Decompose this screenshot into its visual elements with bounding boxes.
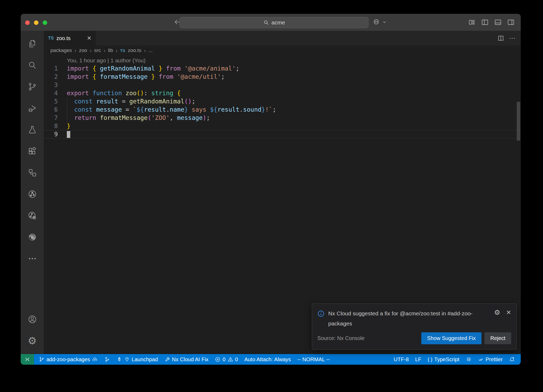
line-number: 5 bbox=[44, 97, 58, 106]
line-number: 2 bbox=[44, 73, 58, 81]
customize-layout-icon[interactable] bbox=[468, 18, 476, 26]
copilot-icon bbox=[372, 18, 380, 26]
nx-cloud-fix-status-item[interactable]: Nx Cloud AI Fix bbox=[161, 354, 212, 365]
explorer-icon bbox=[28, 39, 37, 49]
settings-button[interactable]: ⚙ bbox=[21, 330, 44, 351]
extensions-icon bbox=[28, 146, 37, 156]
sidebar-item-source-control[interactable] bbox=[21, 76, 44, 97]
toggle-panel-icon[interactable] bbox=[494, 18, 502, 26]
breadcrumb-file[interactable]: zoo.ts bbox=[128, 47, 141, 53]
activity-bar: ⚙ bbox=[21, 31, 44, 354]
accounts-button[interactable] bbox=[21, 308, 44, 330]
notification-close-icon[interactable]: ✕ bbox=[506, 309, 511, 316]
code-line[interactable]: 5 const result = getRandomAnimal(); bbox=[44, 97, 521, 106]
launchpad-status-item[interactable]: Launchpad bbox=[113, 354, 161, 365]
auto-attach-status-item[interactable]: Auto Attach: Always bbox=[241, 354, 294, 365]
branch-status-item[interactable]: add-zoo-packages bbox=[36, 354, 101, 365]
sidebar-item-search[interactable] bbox=[21, 54, 44, 76]
notifications-bell-item[interactable] bbox=[506, 354, 518, 365]
problems-status-item[interactable]: 0 0 bbox=[212, 354, 241, 365]
language-status-item[interactable]: { } TypeScript bbox=[424, 354, 462, 365]
code-line[interactable]: 6 const message = `${result.name} says $… bbox=[44, 106, 521, 114]
line-number: 1 bbox=[44, 64, 58, 73]
formatter-status-item[interactable]: Prettier bbox=[475, 354, 506, 365]
notification-toast: Nx Cloud suggested a fix for @acme/zoo:t… bbox=[312, 303, 517, 350]
code-line[interactable]: 7 return formatMessage('ZOO', message); bbox=[44, 114, 521, 122]
line-number: 9 bbox=[44, 130, 58, 138]
code-line[interactable]: 3 bbox=[44, 81, 521, 89]
editor-more-actions-icon[interactable]: ⋯ bbox=[509, 34, 516, 42]
breadcrumb-item[interactable]: lib bbox=[108, 47, 113, 53]
chevron-down-icon bbox=[382, 19, 387, 25]
indent-guide bbox=[67, 97, 67, 122]
copilot-status-item[interactable] bbox=[463, 354, 475, 365]
split-editor-icon[interactable] bbox=[497, 35, 504, 42]
sidebar-item-explorer[interactable] bbox=[21, 33, 44, 54]
sidebar-item-nx-console[interactable] bbox=[21, 183, 44, 205]
status-bar: add-zoo-packages Launchpad Nx Cloud AI F… bbox=[21, 354, 521, 365]
breadcrumb-item[interactable]: packages bbox=[50, 47, 72, 53]
command-center-search[interactable]: acme bbox=[179, 17, 369, 28]
nx-graph-status-item[interactable] bbox=[101, 354, 113, 365]
run-debug-icon bbox=[28, 103, 37, 113]
sidebar-item-nx-cloud[interactable] bbox=[21, 205, 44, 226]
breadcrumb-separator: › bbox=[144, 47, 146, 54]
sidebar-item-edge-tools[interactable] bbox=[21, 226, 44, 248]
error-count: 0 bbox=[222, 356, 225, 363]
nx-fix-label: Nx Cloud AI Fix bbox=[172, 356, 209, 363]
close-window-button[interactable] bbox=[25, 20, 30, 25]
copilot-icon bbox=[466, 356, 472, 362]
branch-name: add-zoo-packages bbox=[46, 356, 90, 363]
close-tab-icon[interactable]: ✕ bbox=[87, 35, 91, 41]
remote-explorer-icon bbox=[28, 168, 37, 177]
typescript-file-icon: TS bbox=[120, 48, 125, 53]
minimize-window-button[interactable] bbox=[34, 20, 38, 25]
search-icon bbox=[263, 19, 269, 26]
plug-icon bbox=[124, 356, 130, 362]
rocket-icon bbox=[116, 356, 122, 362]
breadcrumb-tail[interactable]: ... bbox=[148, 47, 153, 53]
wrench-icon bbox=[164, 356, 170, 362]
encoding-status-item[interactable]: UTF-8 bbox=[391, 354, 412, 365]
breadcrumb-item[interactable]: src bbox=[94, 47, 101, 53]
breadcrumb-item[interactable]: zoo bbox=[79, 47, 87, 53]
zoom-window-button[interactable] bbox=[43, 20, 47, 25]
search-query-text: acme bbox=[272, 19, 285, 26]
sidebar-item-remote-explorer[interactable] bbox=[21, 162, 44, 183]
sidebar-item-more[interactable] bbox=[21, 248, 44, 269]
vim-mode-status-item[interactable]: -- NORMAL -- bbox=[294, 354, 333, 365]
nx-cloud-icon bbox=[28, 211, 37, 220]
code-line[interactable]: 2import { formatMessage } from '@acme/ut… bbox=[44, 73, 521, 81]
toggle-primary-sidebar-icon[interactable] bbox=[481, 18, 489, 26]
copilot-menu[interactable] bbox=[372, 18, 387, 26]
code-line[interactable]: 9 bbox=[44, 130, 521, 138]
sidebar-item-extensions[interactable] bbox=[21, 140, 44, 162]
code-line[interactable]: 4export function zoo(): string { bbox=[44, 89, 521, 97]
remote-indicator[interactable] bbox=[21, 354, 34, 365]
tab-zoo-ts[interactable]: TS zoo.ts ✕ bbox=[44, 31, 96, 46]
traffic-lights bbox=[25, 20, 47, 25]
show-suggested-fix-button[interactable]: Show Suggested Fix bbox=[421, 332, 481, 344]
editor-scrollbar[interactable] bbox=[517, 102, 520, 141]
sidebar-item-run-debug[interactable] bbox=[21, 97, 44, 119]
more-icon bbox=[28, 254, 37, 263]
launchpad-label: Launchpad bbox=[132, 356, 158, 363]
titlebar: acme bbox=[21, 14, 521, 31]
line-number: 7 bbox=[44, 114, 58, 122]
accounts-icon bbox=[28, 315, 37, 324]
line-number: 4 bbox=[44, 89, 58, 97]
code-line[interactable]: 8} bbox=[44, 122, 521, 130]
cloud-upload-icon bbox=[92, 356, 98, 362]
source-control-icon bbox=[28, 82, 37, 92]
line-number: 8 bbox=[44, 122, 58, 130]
notification-message: Nx Cloud suggested a fix for @acme/zoo:t… bbox=[328, 308, 477, 329]
toggle-secondary-sidebar-icon[interactable] bbox=[507, 18, 515, 26]
reject-button[interactable]: Reject bbox=[484, 332, 511, 344]
git-blame-line: You, 1 hour ago | 1 author (You) bbox=[44, 56, 521, 64]
sidebar-item-testing[interactable] bbox=[21, 119, 44, 140]
notification-settings-gear-icon[interactable]: ⚙ bbox=[494, 308, 500, 316]
eol-status-item[interactable]: LF bbox=[412, 354, 424, 365]
code-line[interactable]: 1import { getRandomAnimal } from '@acme/… bbox=[44, 64, 521, 73]
double-check-icon bbox=[478, 356, 484, 362]
breadcrumb-separator: › bbox=[90, 47, 92, 54]
